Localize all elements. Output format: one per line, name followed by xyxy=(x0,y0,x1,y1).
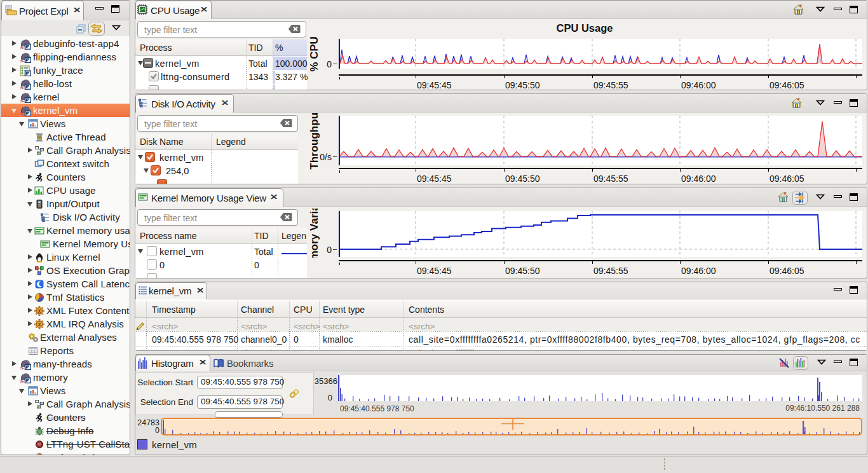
svg-text:X: X xyxy=(38,322,41,327)
svg-text:X: X xyxy=(38,309,41,313)
